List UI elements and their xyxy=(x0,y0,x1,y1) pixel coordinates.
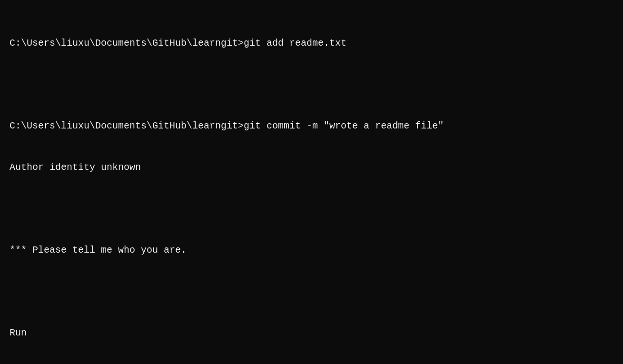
terminal-line-4: *** Please tell me who you are. xyxy=(10,243,613,257)
blank-line-2 xyxy=(10,202,613,216)
blank-line-1 xyxy=(10,78,613,91)
blank-line-3 xyxy=(10,285,613,298)
terminal-line-1: C:\Users\liuxu\Documents\GitHub\learngit… xyxy=(10,36,613,50)
terminal-line-2: C:\Users\liuxu\Documents\GitHub\learngit… xyxy=(10,119,613,133)
terminal-window: C:\Users\liuxu\Documents\GitHub\learngit… xyxy=(10,9,613,364)
terminal-line-5: Run xyxy=(10,326,613,340)
terminal-line-3: Author identity unknown xyxy=(10,160,613,174)
